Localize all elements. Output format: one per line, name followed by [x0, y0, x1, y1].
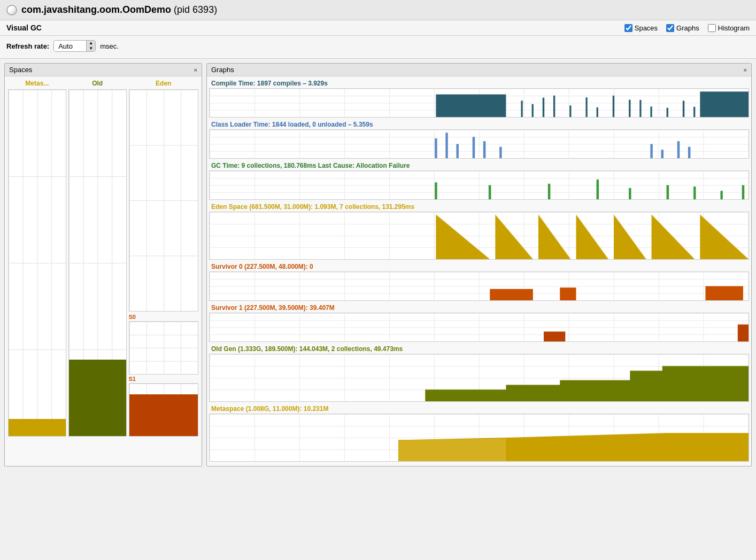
survivor0-graph [209, 271, 749, 301]
toolbar: Visual GC Spaces Graphs Histogram [0, 20, 756, 36]
old-gen-row: Old Gen (1.333G, 189.500M): 144.043M, 2 … [209, 344, 749, 402]
visual-gc-label: Visual GC [6, 24, 42, 32]
refresh-bar: Refresh rate: ▲ ▼ msec. [0, 36, 756, 59]
refresh-value-input[interactable] [54, 41, 86, 51]
compile-time-row: Compile Time: 1897 compiles – 3.929s [209, 79, 749, 118]
main-content: Spaces × Metas... Old [0, 59, 756, 471]
compile-time-title: Compile Time: 1897 compiles – 3.929s [209, 79, 749, 88]
eden-label: Eden [156, 80, 171, 87]
app-title-text: com.javashitang.oom.OomDemo [21, 4, 171, 15]
class-loader-graph [209, 129, 749, 159]
compile-time-graph [209, 88, 749, 118]
refresh-increment[interactable]: ▲ [87, 41, 95, 46]
app-pid: (pid 6393) [174, 4, 217, 15]
spaces-panel-title: Spaces [9, 66, 32, 74]
s1-label: S1 [129, 376, 199, 382]
graphs-panel-title: Graphs [211, 66, 234, 74]
eden-space-title: Eden Space (681.500M, 31.000M): 1.093M, … [209, 202, 749, 212]
metaspace-graph-title: Metaspace (1.008G, 11.000M): 10.231M [209, 404, 749, 414]
graphs-content: Compile Time: 1897 compiles – 3.929s Cla… [207, 76, 751, 466]
histogram-checkbox-label: Histogram [718, 24, 750, 32]
refresh-spinner: ▲ ▼ [86, 41, 95, 51]
eden-space-graph [209, 212, 749, 260]
app-icon [6, 5, 17, 15]
histogram-checkbox-group: Histogram [708, 24, 750, 32]
old-gen-graph [209, 354, 749, 402]
spaces-checkbox-label: Spaces [635, 24, 658, 32]
spaces-checkbox-group: Spaces [624, 24, 658, 32]
class-loader-row: Class Loader Time: 1844 loaded, 0 unload… [209, 120, 749, 159]
survivor0-row: Survivor 0 (227.500M, 48.000M): 0 [209, 262, 749, 301]
metaspace-label: Metas... [25, 80, 49, 87]
app-title: com.javashitang.oom.OomDemo (pid 6393) [21, 4, 217, 15]
refresh-rate-label: Refresh rate: [6, 42, 49, 50]
toolbar-checkboxes: Spaces Graphs Histogram [624, 24, 750, 32]
eden-space-row: Eden Space (681.500M, 31.000M): 1.093M, … [209, 202, 749, 260]
survivor1-row: Survivor 1 (227.500M, 39.500M): 39.407M [209, 303, 749, 342]
s0-label: S0 [129, 314, 199, 320]
survivor1-graph [209, 313, 749, 342]
gc-time-title: GC Time: 9 collections, 180.768ms Last C… [209, 161, 749, 170]
spaces-panel: Spaces × Metas... Old [4, 63, 202, 466]
title-bar: com.javashitang.oom.OomDemo (pid 6393) [0, 0, 756, 20]
survivor0-title: Survivor 0 (227.500M, 48.000M): 0 [209, 262, 749, 271]
survivor1-title: Survivor 1 (227.500M, 39.500M): 39.407M [209, 303, 749, 313]
old-gen-title: Old Gen (1.333G, 189.500M): 144.043M, 2 … [209, 344, 749, 354]
class-loader-title: Class Loader Time: 1844 loaded, 0 unload… [209, 120, 749, 129]
refresh-decrement[interactable]: ▼ [87, 46, 95, 51]
graphs-panel: Graphs × Compile Time: 1897 compiles – 3… [206, 63, 752, 466]
graphs-checkbox[interactable] [666, 24, 674, 32]
metaspace-row: Metaspace (1.008G, 11.000M): 10.231M [209, 404, 749, 462]
gc-time-row: GC Time: 9 collections, 180.768ms Last C… [209, 161, 749, 200]
spaces-panel-close[interactable]: × [194, 67, 197, 73]
refresh-input-wrap: ▲ ▼ [53, 40, 96, 52]
graphs-panel-header: Graphs × [207, 64, 751, 76]
graphs-panel-close[interactable]: × [744, 67, 747, 73]
spaces-checkbox[interactable] [624, 24, 632, 32]
metaspace-graph [209, 414, 749, 462]
graphs-checkbox-label: Graphs [676, 24, 699, 32]
histogram-checkbox[interactable] [708, 24, 716, 32]
gc-time-graph [209, 170, 749, 200]
refresh-unit: msec. [100, 42, 119, 50]
graphs-checkbox-group: Graphs [666, 24, 699, 32]
spaces-panel-header: Spaces × [5, 64, 202, 76]
old-label: Old [92, 80, 103, 87]
